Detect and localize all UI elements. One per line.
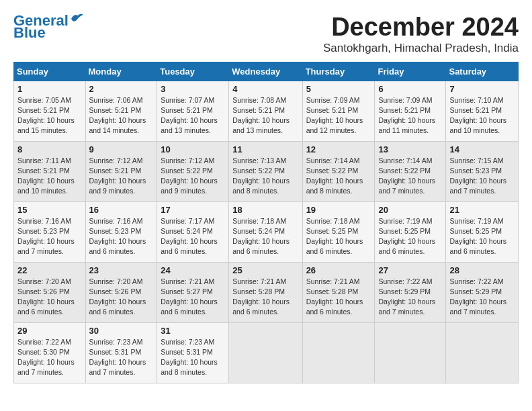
- day-info: Sunrise: 7:21 AM Sunset: 5:27 PM Dayligh…: [161, 277, 225, 318]
- calendar-body: 1Sunrise: 7:05 AM Sunset: 5:21 PM Daylig…: [14, 81, 519, 383]
- day-info: Sunrise: 7:18 AM Sunset: 5:25 PM Dayligh…: [306, 216, 371, 257]
- day-info: Sunrise: 7:22 AM Sunset: 5:29 PM Dayligh…: [378, 277, 442, 318]
- calendar-cell: 6Sunrise: 7:09 AM Sunset: 5:21 PM Daylig…: [375, 81, 446, 141]
- day-number: 16: [89, 205, 154, 215]
- weekday-wednesday: Wednesday: [229, 62, 302, 81]
- day-number: 3: [161, 84, 225, 94]
- calendar-week-4: 22Sunrise: 7:20 AM Sunset: 5:26 PM Dayli…: [14, 262, 519, 322]
- calendar-cell: 22Sunrise: 7:20 AM Sunset: 5:26 PM Dayli…: [14, 262, 86, 322]
- calendar-cell: 15Sunrise: 7:16 AM Sunset: 5:23 PM Dayli…: [14, 201, 86, 262]
- day-info: Sunrise: 7:19 AM Sunset: 5:25 PM Dayligh…: [378, 216, 442, 257]
- day-number: 27: [378, 265, 442, 275]
- calendar-cell: 7Sunrise: 7:10 AM Sunset: 5:21 PM Daylig…: [446, 81, 519, 141]
- calendar-cell: 16Sunrise: 7:16 AM Sunset: 5:23 PM Dayli…: [85, 201, 157, 262]
- day-number: 23: [89, 265, 154, 275]
- day-number: 2: [89, 84, 154, 94]
- logo-blue: Blue: [13, 26, 46, 40]
- day-number: 20: [378, 205, 442, 215]
- day-number: 15: [17, 205, 82, 215]
- calendar-cell: 3Sunrise: 7:07 AM Sunset: 5:21 PM Daylig…: [157, 81, 229, 141]
- day-info: Sunrise: 7:20 AM Sunset: 5:26 PM Dayligh…: [89, 277, 154, 318]
- day-number: 14: [449, 144, 515, 154]
- calendar-cell: 27Sunrise: 7:22 AM Sunset: 5:29 PM Dayli…: [375, 262, 446, 322]
- day-info: Sunrise: 7:14 AM Sunset: 5:22 PM Dayligh…: [306, 156, 371, 197]
- day-number: 8: [17, 144, 82, 154]
- logo: General Blue: [13, 13, 85, 40]
- calendar-cell: 28Sunrise: 7:22 AM Sunset: 5:29 PM Dayli…: [446, 262, 519, 322]
- day-info: Sunrise: 7:09 AM Sunset: 5:21 PM Dayligh…: [378, 95, 442, 136]
- calendar-cell: [229, 322, 302, 383]
- day-number: 19: [306, 205, 371, 215]
- day-info: Sunrise: 7:09 AM Sunset: 5:21 PM Dayligh…: [306, 95, 371, 136]
- day-info: Sunrise: 7:22 AM Sunset: 5:30 PM Dayligh…: [17, 337, 82, 378]
- calendar-cell: 30Sunrise: 7:23 AM Sunset: 5:31 PM Dayli…: [85, 322, 157, 383]
- day-number: 28: [449, 265, 515, 275]
- calendar-cell: 14Sunrise: 7:15 AM Sunset: 5:23 PM Dayli…: [446, 141, 519, 201]
- day-number: 12: [306, 144, 371, 154]
- calendar-cell: 12Sunrise: 7:14 AM Sunset: 5:22 PM Dayli…: [302, 141, 375, 201]
- day-info: Sunrise: 7:11 AM Sunset: 5:21 PM Dayligh…: [17, 156, 82, 197]
- day-info: Sunrise: 7:21 AM Sunset: 5:28 PM Dayligh…: [232, 277, 298, 318]
- calendar-cell: 2Sunrise: 7:06 AM Sunset: 5:21 PM Daylig…: [85, 81, 157, 141]
- calendar-table: SundayMondayTuesdayWednesdayThursdayFrid…: [13, 62, 519, 383]
- calendar-cell: 29Sunrise: 7:22 AM Sunset: 5:30 PM Dayli…: [14, 322, 86, 383]
- day-info: Sunrise: 7:19 AM Sunset: 5:25 PM Dayligh…: [449, 216, 515, 257]
- day-number: 13: [378, 144, 442, 154]
- weekday-header-row: SundayMondayTuesdayWednesdayThursdayFrid…: [14, 62, 519, 81]
- day-number: 29: [17, 326, 82, 336]
- day-info: Sunrise: 7:15 AM Sunset: 5:23 PM Dayligh…: [449, 156, 515, 197]
- calendar-cell: 1Sunrise: 7:05 AM Sunset: 5:21 PM Daylig…: [14, 81, 86, 141]
- day-info: Sunrise: 7:05 AM Sunset: 5:21 PM Dayligh…: [17, 95, 82, 136]
- day-info: Sunrise: 7:20 AM Sunset: 5:26 PM Dayligh…: [17, 277, 82, 318]
- calendar-cell: [375, 322, 446, 383]
- calendar-cell: 25Sunrise: 7:21 AM Sunset: 5:28 PM Dayli…: [229, 262, 302, 322]
- day-number: 1: [17, 84, 82, 94]
- day-info: Sunrise: 7:12 AM Sunset: 5:22 PM Dayligh…: [161, 156, 225, 197]
- day-info: Sunrise: 7:23 AM Sunset: 5:31 PM Dayligh…: [89, 337, 154, 378]
- calendar-cell: 23Sunrise: 7:20 AM Sunset: 5:26 PM Dayli…: [85, 262, 157, 322]
- calendar-cell: 5Sunrise: 7:09 AM Sunset: 5:21 PM Daylig…: [302, 81, 375, 141]
- day-number: 10: [161, 144, 225, 154]
- day-number: 18: [232, 205, 298, 215]
- day-number: 6: [378, 84, 442, 94]
- calendar-cell: 4Sunrise: 7:08 AM Sunset: 5:21 PM Daylig…: [229, 81, 302, 141]
- calendar-week-5: 29Sunrise: 7:22 AM Sunset: 5:30 PM Dayli…: [14, 322, 519, 383]
- calendar-cell: 13Sunrise: 7:14 AM Sunset: 5:22 PM Dayli…: [375, 141, 446, 201]
- day-number: 21: [449, 205, 515, 215]
- day-info: Sunrise: 7:07 AM Sunset: 5:21 PM Dayligh…: [161, 95, 225, 136]
- day-info: Sunrise: 7:13 AM Sunset: 5:22 PM Dayligh…: [232, 156, 298, 197]
- day-info: Sunrise: 7:22 AM Sunset: 5:29 PM Dayligh…: [449, 277, 515, 318]
- calendar-cell: 21Sunrise: 7:19 AM Sunset: 5:25 PM Dayli…: [446, 201, 519, 262]
- calendar-cell: 10Sunrise: 7:12 AM Sunset: 5:22 PM Dayli…: [157, 141, 229, 201]
- day-info: Sunrise: 7:21 AM Sunset: 5:28 PM Dayligh…: [306, 277, 371, 318]
- weekday-friday: Friday: [375, 62, 446, 81]
- calendar-cell: 24Sunrise: 7:21 AM Sunset: 5:27 PM Dayli…: [157, 262, 229, 322]
- calendar-cell: 9Sunrise: 7:12 AM Sunset: 5:21 PM Daylig…: [85, 141, 157, 201]
- calendar-week-3: 15Sunrise: 7:16 AM Sunset: 5:23 PM Dayli…: [14, 201, 519, 262]
- calendar-cell: 8Sunrise: 7:11 AM Sunset: 5:21 PM Daylig…: [14, 141, 86, 201]
- day-number: 17: [161, 205, 225, 215]
- day-number: 11: [232, 144, 298, 154]
- day-number: 9: [89, 144, 154, 154]
- day-number: 24: [161, 265, 225, 275]
- page-header: General Blue December 2024 Santokhgarh, …: [13, 13, 519, 55]
- calendar-cell: 20Sunrise: 7:19 AM Sunset: 5:25 PM Dayli…: [375, 201, 446, 262]
- weekday-tuesday: Tuesday: [157, 62, 229, 81]
- day-info: Sunrise: 7:16 AM Sunset: 5:23 PM Dayligh…: [89, 216, 154, 257]
- day-info: Sunrise: 7:16 AM Sunset: 5:23 PM Dayligh…: [17, 216, 82, 257]
- day-info: Sunrise: 7:08 AM Sunset: 5:21 PM Dayligh…: [232, 95, 298, 136]
- day-info: Sunrise: 7:17 AM Sunset: 5:24 PM Dayligh…: [161, 216, 225, 257]
- calendar-week-2: 8Sunrise: 7:11 AM Sunset: 5:21 PM Daylig…: [14, 141, 519, 201]
- day-info: Sunrise: 7:10 AM Sunset: 5:21 PM Dayligh…: [449, 95, 515, 136]
- day-info: Sunrise: 7:23 AM Sunset: 5:31 PM Dayligh…: [161, 337, 225, 378]
- logo-bird-icon: [70, 12, 85, 24]
- day-number: 7: [449, 84, 515, 94]
- day-info: Sunrise: 7:14 AM Sunset: 5:22 PM Dayligh…: [378, 156, 442, 197]
- day-number: 22: [17, 265, 82, 275]
- calendar-cell: 17Sunrise: 7:17 AM Sunset: 5:24 PM Dayli…: [157, 201, 229, 262]
- calendar-cell: [302, 322, 375, 383]
- calendar-cell: 18Sunrise: 7:18 AM Sunset: 5:24 PM Dayli…: [229, 201, 302, 262]
- day-info: Sunrise: 7:06 AM Sunset: 5:21 PM Dayligh…: [89, 95, 154, 136]
- calendar-cell: 31Sunrise: 7:23 AM Sunset: 5:31 PM Dayli…: [157, 322, 229, 383]
- location-subtitle: Santokhgarh, Himachal Pradesh, India: [323, 42, 519, 55]
